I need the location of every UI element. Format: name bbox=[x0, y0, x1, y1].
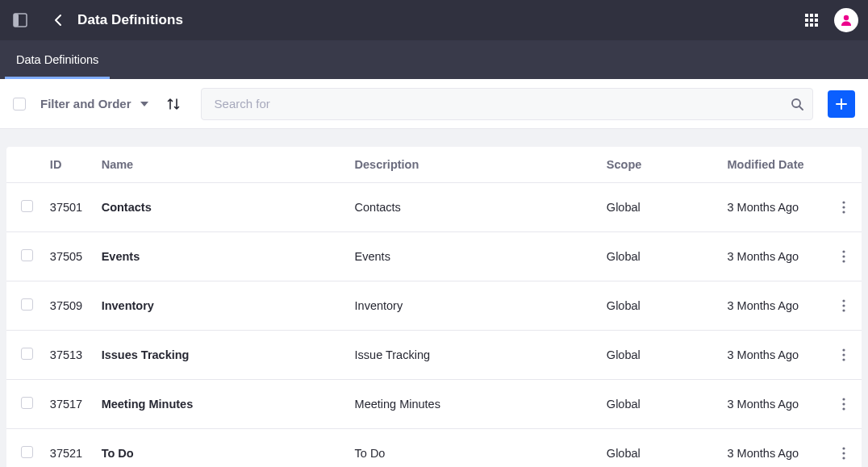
svg-point-21 bbox=[842, 304, 845, 306]
page-title: Data Definitions bbox=[77, 12, 183, 28]
sort-toggle-button[interactable] bbox=[164, 94, 183, 114]
row-checkbox[interactable] bbox=[21, 200, 33, 212]
svg-point-18 bbox=[842, 255, 845, 257]
svg-rect-2 bbox=[805, 14, 808, 17]
back-button[interactable] bbox=[48, 10, 68, 30]
row-id: 37509 bbox=[44, 281, 95, 331]
row-checkbox[interactable] bbox=[21, 397, 33, 409]
table-row[interactable]: 37513Issues TrackingIssue TrackingGlobal… bbox=[6, 331, 862, 380]
svg-point-28 bbox=[842, 407, 845, 410]
row-actions-cell bbox=[826, 232, 862, 281]
row-checkbox[interactable] bbox=[21, 298, 33, 311]
content-area: ID Name Description Scope Modified Date … bbox=[0, 129, 868, 467]
row-scope: Global bbox=[600, 380, 721, 429]
table-row[interactable]: 37521To DoTo DoGlobal3 Months Ago bbox=[6, 429, 862, 468]
search-input[interactable] bbox=[201, 88, 813, 120]
svg-rect-5 bbox=[805, 19, 808, 22]
filter-label: Filter and Order bbox=[40, 97, 131, 110]
row-name[interactable]: Contacts bbox=[95, 183, 348, 232]
column-header-actions bbox=[826, 147, 862, 183]
svg-rect-1 bbox=[14, 14, 19, 27]
row-scope: Global bbox=[600, 232, 721, 281]
row-actions-cell bbox=[826, 331, 862, 380]
svg-rect-10 bbox=[815, 23, 818, 27]
table-row[interactable]: 37501ContactsContactsGlobal3 Months Ago bbox=[6, 183, 862, 232]
row-id: 37521 bbox=[44, 429, 95, 468]
row-checkbox-cell bbox=[6, 380, 44, 429]
filter-and-order-dropdown[interactable]: Filter and Order bbox=[40, 97, 149, 110]
table-row[interactable]: 37517Meeting MinutesMeeting MinutesGloba… bbox=[6, 380, 862, 429]
column-header-description[interactable]: Description bbox=[348, 147, 600, 183]
row-checkbox[interactable] bbox=[21, 446, 33, 458]
row-scope: Global bbox=[600, 429, 721, 468]
row-scope: Global bbox=[600, 331, 721, 380]
svg-point-29 bbox=[842, 447, 845, 449]
column-header-scope[interactable]: Scope bbox=[600, 147, 721, 183]
add-button[interactable] bbox=[828, 90, 855, 118]
column-header-modified[interactable]: Modified Date bbox=[720, 147, 826, 183]
svg-point-22 bbox=[842, 309, 845, 311]
tab-strip: Data Definitions bbox=[0, 40, 868, 79]
row-actions-menu[interactable] bbox=[834, 247, 853, 266]
row-modified: 3 Months Ago bbox=[720, 331, 826, 380]
row-checkbox[interactable] bbox=[21, 249, 33, 261]
svg-point-24 bbox=[842, 353, 845, 356]
svg-point-19 bbox=[842, 260, 845, 262]
kebab-icon bbox=[842, 201, 845, 214]
svg-rect-6 bbox=[810, 19, 813, 22]
svg-point-25 bbox=[842, 358, 845, 361]
row-id: 37505 bbox=[44, 232, 95, 281]
row-checkbox-cell bbox=[6, 331, 44, 380]
svg-rect-3 bbox=[810, 14, 813, 17]
table-row[interactable]: 37509InventoryInventoryGlobal3 Months Ag… bbox=[6, 281, 862, 331]
row-actions-menu[interactable] bbox=[834, 345, 853, 365]
row-name[interactable]: Meeting Minutes bbox=[95, 380, 348, 429]
row-description: To Do bbox=[348, 429, 600, 468]
row-modified: 3 Months Ago bbox=[720, 429, 826, 468]
row-actions-menu[interactable] bbox=[834, 296, 853, 315]
svg-point-23 bbox=[842, 348, 845, 351]
tab-data-definitions[interactable]: Data Definitions bbox=[0, 40, 115, 79]
row-description: Events bbox=[348, 232, 600, 281]
caret-down-icon bbox=[140, 99, 149, 109]
toolbar: Filter and Order bbox=[0, 79, 868, 129]
row-description: Issue Tracking bbox=[348, 331, 600, 380]
apps-grid-icon[interactable] bbox=[802, 10, 821, 30]
row-checkbox-cell bbox=[6, 429, 44, 468]
row-name[interactable]: To Do bbox=[95, 429, 348, 468]
row-name[interactable]: Issues Tracking bbox=[95, 331, 348, 380]
panel-toggle-icon[interactable] bbox=[11, 11, 29, 29]
row-modified: 3 Months Ago bbox=[720, 281, 826, 331]
row-id: 37513 bbox=[44, 331, 95, 380]
row-id: 37501 bbox=[44, 183, 95, 232]
row-actions-cell bbox=[826, 429, 862, 468]
row-checkbox-cell bbox=[6, 232, 44, 281]
kebab-icon bbox=[842, 398, 845, 411]
user-avatar[interactable] bbox=[834, 8, 858, 32]
row-actions-cell bbox=[826, 380, 862, 429]
svg-point-30 bbox=[842, 452, 845, 454]
table-row[interactable]: 37505EventsEventsGlobal3 Months Ago bbox=[6, 232, 862, 281]
svg-point-31 bbox=[842, 457, 845, 459]
svg-rect-7 bbox=[815, 19, 818, 22]
row-id: 37517 bbox=[44, 380, 95, 429]
row-checkbox[interactable] bbox=[21, 348, 33, 360]
kebab-icon bbox=[842, 447, 845, 460]
row-actions-menu[interactable] bbox=[834, 444, 853, 463]
row-actions-menu[interactable] bbox=[834, 394, 853, 414]
column-header-name[interactable]: Name bbox=[95, 147, 348, 183]
row-description: Contacts bbox=[348, 183, 600, 232]
row-checkbox-cell bbox=[6, 183, 44, 232]
row-modified: 3 Months Ago bbox=[720, 380, 826, 429]
row-name[interactable]: Events bbox=[95, 232, 348, 281]
search-input-wrapper bbox=[201, 88, 813, 120]
table-header-row: ID Name Description Scope Modified Date bbox=[6, 147, 862, 183]
svg-point-26 bbox=[842, 398, 845, 400]
row-actions-menu[interactable] bbox=[834, 198, 853, 217]
row-name[interactable]: Inventory bbox=[95, 281, 348, 331]
app-header: Data Definitions bbox=[0, 0, 868, 40]
svg-point-11 bbox=[844, 15, 849, 20]
column-header-id[interactable]: ID bbox=[44, 147, 95, 183]
select-all-checkbox[interactable] bbox=[13, 98, 26, 110]
svg-rect-9 bbox=[810, 23, 813, 27]
